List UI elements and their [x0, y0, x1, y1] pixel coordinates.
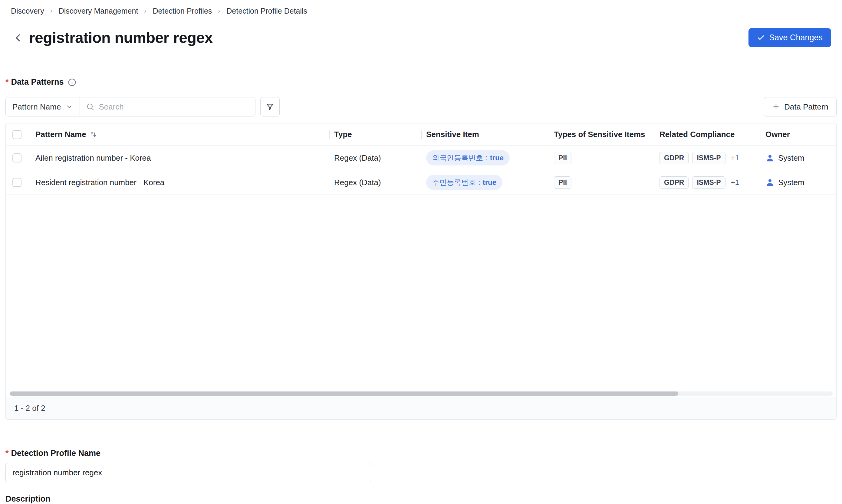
sort-icon[interactable]	[89, 130, 98, 139]
compliance-badge: ISMS-P	[692, 176, 725, 189]
check-icon	[757, 34, 765, 42]
chevron-left-icon	[12, 32, 24, 44]
page-title: registration number regex	[29, 29, 213, 47]
info-icon[interactable]	[68, 78, 76, 87]
chevron-right-icon	[49, 9, 54, 14]
search-filter-group: Pattern Name	[5, 97, 256, 116]
pattern-name-cell: Ailen registration number - Korea	[31, 146, 329, 170]
funnel-icon	[265, 102, 275, 111]
compliance-badge: GDPR	[660, 152, 688, 164]
pattern-name-cell: Resident registration number - Korea	[31, 170, 329, 195]
sensitive-item-pill: 외국인등록번호 : true	[426, 150, 510, 165]
search-column-select-label: Pattern Name	[13, 102, 61, 112]
select-all-checkbox[interactable]	[13, 130, 21, 139]
search-box	[80, 97, 256, 116]
column-header-sensitive-item: Sensitive Item	[421, 123, 549, 145]
sensitive-item-value: true	[490, 154, 504, 162]
detection-profile-name-input[interactable]	[5, 463, 371, 482]
sensitive-item-separator: :	[486, 154, 488, 162]
type-cell: Regex (Data)	[329, 170, 421, 195]
compliance-more-count[interactable]: +1	[731, 178, 739, 187]
compliance-badge: GDPR	[660, 176, 688, 189]
column-header-pattern-name[interactable]: Pattern Name	[31, 123, 329, 145]
horizontal-scrollbar-thumb[interactable]	[10, 392, 678, 396]
breadcrumb-detection-profiles[interactable]: Detection Profiles	[153, 7, 212, 15]
data-patterns-toolbar: Pattern Name Data Pattern	[5, 97, 837, 116]
required-marker: *	[5, 77, 9, 87]
add-data-pattern-button[interactable]: Data Pattern	[764, 97, 837, 116]
add-data-pattern-label: Data Pattern	[784, 102, 828, 112]
owner-name: System	[778, 154, 805, 163]
horizontal-scrollbar-track[interactable]	[10, 392, 832, 396]
horizontal-scrollbar	[6, 390, 836, 397]
column-header-related-compliance: Related Compliance	[655, 123, 760, 145]
save-changes-label: Save Changes	[769, 33, 823, 42]
sensitive-item-label: 외국인등록번호	[432, 153, 483, 163]
user-icon	[766, 178, 774, 187]
detection-profile-name-label: * Detection Profile Name	[5, 449, 837, 458]
owner-name: System	[778, 178, 805, 187]
column-header-pattern-name-label: Pattern Name	[35, 130, 86, 139]
table-footer: 1 - 2 of 2	[6, 397, 836, 419]
sensitive-item-value: true	[483, 178, 496, 187]
filter-button[interactable]	[260, 97, 280, 116]
compliance-more-count[interactable]: +1	[731, 154, 739, 162]
chevron-down-icon	[66, 103, 73, 110]
type-cell: Regex (Data)	[329, 146, 421, 170]
sensitive-type-badge: PII	[554, 176, 572, 189]
column-header-type: Type	[329, 123, 421, 145]
chevron-right-icon	[143, 9, 148, 14]
sensitive-type-badge: PII	[554, 152, 572, 164]
row-checkbox[interactable]	[13, 178, 21, 187]
sensitive-item-pill: 주민등록번호 : true	[426, 175, 503, 190]
plus-icon	[772, 103, 780, 111]
table-empty-space	[6, 195, 836, 390]
table-row[interactable]: Resident registration number - Korea Reg…	[6, 170, 836, 195]
table-header-row: Pattern Name Type Sensitive Item Types o…	[6, 123, 836, 146]
back-button[interactable]	[11, 31, 25, 45]
required-marker: *	[5, 449, 9, 458]
column-header-owner: Owner	[760, 123, 836, 145]
description-label: Description	[5, 494, 837, 504]
compliance-badge: ISMS-P	[692, 152, 725, 164]
user-icon	[766, 154, 774, 162]
search-column-select[interactable]: Pattern Name	[5, 97, 80, 116]
breadcrumb: Discovery Discovery Management Detection…	[0, 0, 842, 15]
table-row[interactable]: Ailen registration number - Korea Regex …	[6, 146, 836, 170]
data-patterns-title: Data Patterns	[11, 77, 64, 87]
search-icon	[86, 103, 94, 111]
sensitive-item-label: 주민등록번호	[432, 178, 476, 187]
column-header-types-of-sensitive-items: Types of Sensitive Items	[549, 123, 655, 145]
pagination-label: 1 - 2 of 2	[14, 403, 46, 413]
main-content: * Data Patterns Pattern Name Data Patter…	[0, 77, 842, 504]
breadcrumb-discovery[interactable]: Discovery	[11, 7, 44, 15]
save-changes-button[interactable]: Save Changes	[749, 28, 831, 47]
detection-profile-name-label-text: Detection Profile Name	[11, 449, 101, 458]
data-patterns-table: Pattern Name Type Sensitive Item Types o…	[5, 123, 837, 419]
breadcrumb-discovery-management[interactable]: Discovery Management	[59, 7, 138, 15]
breadcrumb-detection-profile-details: Detection Profile Details	[226, 7, 307, 15]
data-patterns-section-label: * Data Patterns	[5, 77, 837, 87]
chevron-right-icon	[217, 9, 222, 14]
row-checkbox[interactable]	[13, 154, 21, 162]
search-input[interactable]	[99, 102, 249, 112]
page-header: registration number regex Save Changes	[0, 15, 842, 47]
sensitive-item-separator: :	[478, 178, 480, 187]
